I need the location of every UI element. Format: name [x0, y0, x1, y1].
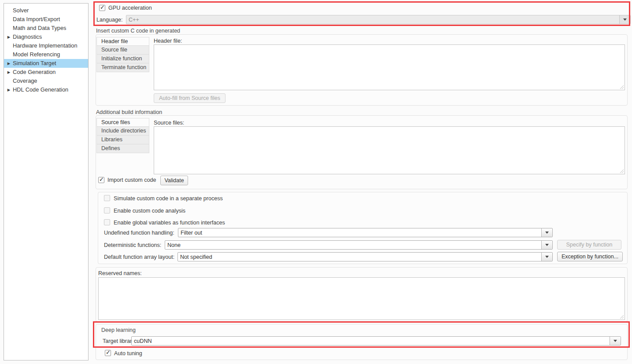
sidebar-item-hdl-code-generation[interactable]: ▶HDL Code Generation [4, 85, 88, 94]
sidebar-item-code-generation[interactable]: ▶Code Generation [4, 68, 88, 77]
sidebar-item-label: Math and Data Types [13, 25, 66, 31]
expand-arrow-icon[interactable]: ▶ [6, 68, 12, 77]
default-function-array-layout-dropdown[interactable]: Not specified [177, 252, 553, 261]
tab-label: Defines [101, 145, 120, 151]
expand-arrow-icon[interactable]: ▶ [6, 85, 12, 94]
enable-global-variables-label: Enable global variables as function inte… [114, 220, 225, 226]
deep-learning-panel: Deep learning Target library: cuDNN Auto… [96, 324, 628, 360]
tab-libraries[interactable]: Libraries [96, 136, 149, 144]
validate-button[interactable]: Validate [160, 176, 188, 185]
build-info-section-title: Additional build information [96, 109, 162, 115]
undefined-function-handling-value: Filter out [178, 230, 541, 236]
sidebar-item-label: HDL Code Generation [13, 86, 68, 93]
language-label: Language: [96, 17, 123, 23]
chevron-down-icon [614, 340, 617, 342]
language-dropdown[interactable]: C++ [126, 15, 631, 24]
tab-label: Libraries [101, 136, 122, 143]
sidebar-item-label: Hardware Implementation [13, 42, 78, 49]
enable-custom-code-analysis-label: Enable custom code analysis [114, 208, 185, 214]
sidebar-item-solver[interactable]: Solver [4, 6, 88, 15]
dropdown-button[interactable] [610, 337, 621, 345]
chevron-down-icon [623, 18, 627, 21]
chevron-down-icon [545, 244, 549, 246]
sidebar-item-hardware-implementation[interactable]: Hardware Implementation [4, 41, 88, 50]
tab-include-directories[interactable]: Include directories [96, 127, 149, 136]
language-value: C++ [126, 17, 619, 23]
reserved-names-textarea[interactable] [98, 277, 625, 320]
sidebar-item-simulation-target[interactable]: ▶Simulation Target [4, 59, 88, 68]
expand-arrow-icon[interactable]: ▶ [6, 59, 12, 68]
deterministic-functions-label: Deterministic functions: [104, 242, 161, 248]
resize-grip-icon[interactable] [619, 169, 624, 173]
tab-label: Include directories [101, 128, 146, 134]
custom-code-options-group: Simulate custom code in a separate proce… [98, 192, 628, 264]
source-files-textarea[interactable] [154, 126, 625, 174]
category-tree: Solver Data Import/Export Math and Data … [4, 3, 89, 360]
insert-code-section-title: Insert custom C code in generated [96, 28, 180, 34]
enable-global-variables-checkbox[interactable] [104, 219, 110, 225]
resize-grip-icon[interactable] [619, 314, 624, 319]
import-custom-code-checkbox[interactable] [98, 177, 104, 183]
sidebar-item-label: Model Referencing [13, 51, 60, 58]
tab-source-files[interactable]: Source files [96, 118, 149, 127]
undefined-function-handling-label: Undefined function handling: [104, 230, 174, 236]
exception-by-function-button[interactable]: Exception by function... [557, 252, 623, 261]
dropdown-button[interactable] [541, 253, 552, 261]
import-custom-code-label: Import custom code [107, 177, 156, 183]
chevron-down-icon [545, 232, 549, 234]
reserved-names-label: Reserved names: [98, 270, 142, 276]
target-library-dropdown[interactable]: cuDNN [131, 336, 621, 346]
tab-label: Source file [101, 47, 127, 53]
tab-defines[interactable]: Defines [96, 144, 149, 153]
target-library-value: cuDNN [132, 338, 610, 344]
sidebar-item-label: Code Generation [13, 69, 55, 75]
expand-arrow-icon[interactable]: ▶ [6, 33, 12, 41]
insert-code-tab-list: Header file Source file Initialize funct… [96, 37, 149, 72]
simulate-separate-process-label: Simulate custom code in a separate proce… [114, 195, 223, 202]
sidebar-item-label: Solver [13, 7, 29, 14]
sidebar-item-label: Simulation Target [13, 60, 56, 66]
sidebar-item-data-import-export[interactable]: Data Import/Export [4, 15, 88, 24]
tab-source-file[interactable]: Source file [96, 46, 149, 55]
tab-label: Terminate function [101, 64, 146, 70]
reserved-names-panel: Reserved names: [96, 267, 628, 322]
language-dropdown-button[interactable] [619, 15, 630, 24]
gpu-acceleration-checkbox[interactable] [99, 5, 105, 11]
build-info-panel: Source files Include directories Librari… [96, 115, 628, 189]
sidebar-item-label: Diagnostics [13, 33, 42, 40]
header-file-label: Header file: [154, 38, 182, 44]
autofill-from-source-files-button[interactable]: Auto-fill from Source files [154, 93, 225, 103]
sidebar-item-label: Data Import/Export [13, 16, 60, 22]
tab-label: Initialize function [101, 55, 142, 62]
simulate-separate-process-checkbox[interactable] [104, 195, 110, 201]
sidebar-item-label: Coverage [13, 77, 37, 84]
undefined-function-handling-dropdown[interactable]: Filter out [178, 228, 553, 237]
auto-tuning-label: Auto tuning [114, 350, 142, 357]
deep-learning-section-title: Deep learning [101, 327, 136, 333]
sidebar-item-diagnostics[interactable]: ▶Diagnostics [4, 33, 88, 41]
chevron-down-icon [545, 256, 549, 258]
tab-label: Source files [101, 119, 130, 125]
enable-custom-code-analysis-checkbox[interactable] [104, 207, 110, 213]
tab-initialize-function[interactable]: Initialize function [96, 55, 149, 63]
sidebar-item-math-and-data-types[interactable]: Math and Data Types [4, 24, 88, 33]
default-function-array-layout-label: Default function array layout: [104, 254, 174, 260]
gpu-acceleration-label: GPU acceleration [108, 5, 152, 11]
deterministic-functions-dropdown[interactable]: None [165, 240, 553, 250]
specify-by-function-button[interactable]: Specify by function [557, 240, 621, 250]
tab-header-file[interactable]: Header file [96, 37, 149, 46]
sidebar-item-coverage[interactable]: Coverage [4, 77, 88, 85]
tab-label: Header file [101, 38, 128, 44]
auto-tuning-checkbox[interactable] [105, 350, 111, 356]
default-function-array-layout-value: Not specified [178, 254, 541, 260]
insert-code-panel: Header file Source file Initialize funct… [96, 34, 628, 106]
dropdown-button[interactable] [541, 241, 552, 249]
sidebar-item-model-referencing[interactable]: Model Referencing [4, 50, 88, 59]
source-files-label: Source files: [154, 120, 184, 126]
dropdown-button[interactable] [541, 228, 552, 237]
resize-grip-icon[interactable] [619, 85, 624, 89]
deterministic-functions-value: None [165, 242, 541, 248]
build-info-tab-list: Source files Include directories Librari… [96, 118, 149, 153]
header-file-textarea[interactable] [154, 44, 625, 90]
tab-terminate-function[interactable]: Terminate function [96, 63, 149, 72]
